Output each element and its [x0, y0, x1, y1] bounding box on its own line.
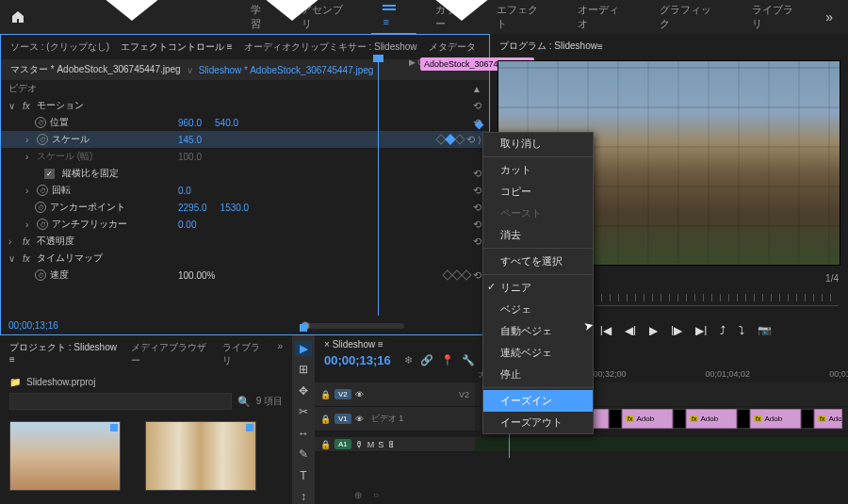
stopwatch-icon[interactable]: ⏱: [35, 202, 46, 213]
workspace-editing[interactable]: ≡: [371, 0, 416, 35]
project-thumbnail[interactable]: [145, 421, 256, 491]
stopwatch-icon[interactable]: ⏱: [37, 219, 48, 230]
program-title: プログラム : Slideshow: [499, 40, 597, 53]
menu-item[interactable]: カット: [483, 159, 593, 181]
lock-icon[interactable]: 🔒: [320, 415, 331, 424]
pen-tool-icon[interactable]: ✎: [295, 447, 312, 463]
tab-library[interactable]: ライブラリ: [222, 341, 268, 367]
menu-item[interactable]: リニア: [483, 277, 593, 299]
sequence-clip-label: Slideshow * AdobeStock_306745447.jpeg: [199, 65, 374, 75]
context-menu: 取り消しカットコピーペースト消去すべてを選択リニアベジェ自動ベジェ連続ベジェ停止…: [482, 132, 594, 434]
prop-position: 位置: [50, 116, 69, 129]
video-group: ビデオ: [8, 82, 178, 95]
bin-icon[interactable]: 📁: [9, 377, 21, 387]
sequence-name[interactable]: × Slideshow ≡: [324, 339, 383, 350]
menu-item[interactable]: すべてを選択: [483, 251, 593, 272]
menu-item[interactable]: 自動ベジェ: [483, 320, 593, 342]
track-v1-toggle[interactable]: V1: [334, 414, 351, 424]
antiflicker-value[interactable]: 0.00: [178, 219, 196, 230]
prop-rotation: 回転: [52, 184, 71, 197]
menu-item[interactable]: ペースト: [483, 203, 593, 224]
anchor-y[interactable]: 1530.0: [220, 203, 250, 213]
track-v2-toggle[interactable]: V2: [334, 389, 351, 399]
menu-item[interactable]: イーズアウト: [483, 412, 593, 433]
menu-item[interactable]: 停止: [483, 364, 593, 385]
timeline-clip[interactable]: [609, 409, 622, 429]
scale-value[interactable]: 145.0: [178, 135, 202, 145]
tab-metadata[interactable]: メタデータ: [429, 41, 476, 54]
snap-icon[interactable]: ❄: [404, 354, 413, 366]
opacity-group[interactable]: 不透明度: [37, 235, 74, 248]
timeline-clip[interactable]: [737, 409, 750, 429]
prop-anchor: アンカーポイント: [50, 201, 125, 214]
slip-tool-icon[interactable]: ↔: [295, 426, 312, 441]
project-thumbnail[interactable]: [9, 421, 121, 491]
timeline-timecode[interactable]: 00;00;13;16: [324, 353, 391, 367]
timeline-clip[interactable]: [801, 409, 814, 429]
menu-item[interactable]: コピー: [483, 181, 593, 203]
settings-icon[interactable]: 🔧: [462, 354, 475, 366]
linked-selection-icon[interactable]: 🔗: [420, 354, 433, 366]
menu-item[interactable]: 取り消し: [483, 133, 593, 154]
effect-timecode[interactable]: 00;00;13;16: [8, 320, 58, 331]
razor-tool-icon[interactable]: ✂: [295, 405, 312, 420]
tab-source[interactable]: ソース : (クリップなし): [10, 41, 109, 54]
prop-scale-width: スケール (幅): [37, 150, 92, 163]
position-x[interactable]: 960.0: [178, 118, 202, 128]
search-icon[interactable]: 🔍: [237, 396, 251, 408]
timeline-clip[interactable]: fxAdob: [750, 409, 801, 429]
timeremap-group[interactable]: タイムリマップ: [37, 252, 103, 265]
effect-controls-panel: ソース : (クリップなし) エフェクトコントロール ≡ オーディオクリップミキ…: [0, 34, 490, 335]
motion-group[interactable]: モーション: [37, 99, 84, 112]
position-y[interactable]: 540.0: [215, 118, 238, 128]
prop-uniform: 縦横比を固定: [62, 167, 119, 180]
item-count: 9 項目: [256, 395, 283, 408]
tool-palette: ▶ ⊞ ✥ ✂ ↔ ✎ T ↕: [292, 335, 315, 504]
workspace-tabs: 学習 アセンブリ ≡ カラー エフェクト オーディオ グラフィック ライブラリ: [239, 0, 814, 37]
project-filename: Slideshow.prproj: [26, 377, 95, 387]
marker-icon[interactable]: 📍: [441, 354, 454, 366]
master-clip-label: マスター * AdobeStock_306745447.jpeg: [10, 63, 181, 76]
anchor-x[interactable]: 2295.0: [178, 203, 207, 213]
stopwatch-icon[interactable]: ⏱: [37, 185, 48, 196]
lock-icon[interactable]: 🔒: [320, 440, 331, 449]
project-search-input[interactable]: [9, 393, 232, 410]
resolution-fraction[interactable]: 1/4: [825, 273, 839, 284]
rotation-value[interactable]: 0.0: [178, 186, 191, 196]
stopwatch-icon[interactable]: ⏱: [35, 117, 46, 128]
workspace-graphics[interactable]: グラフィック: [648, 0, 733, 37]
ripple-tool-icon[interactable]: ✥: [295, 383, 312, 398]
speed-value[interactable]: 100.00%: [178, 270, 215, 281]
timeline-clip[interactable]: [673, 409, 686, 429]
timeline-clip[interactable]: fxAdob: [814, 409, 842, 429]
track-a1-toggle[interactable]: A1: [334, 439, 351, 449]
tab-project[interactable]: プロジェクト : Slideshow ≡: [9, 341, 122, 367]
overflow-icon[interactable]: »: [277, 341, 283, 367]
zoom-slider[interactable]: [301, 323, 404, 329]
workspace-audio[interactable]: オーディオ: [566, 0, 641, 37]
timeline-clip[interactable]: fxAdob: [622, 409, 673, 429]
selection-tool-icon[interactable]: ▶: [295, 341, 312, 356]
menu-item[interactable]: 消去: [483, 224, 593, 246]
tab-effect-controls[interactable]: エフェクトコントロール ≡: [121, 41, 233, 54]
workspace-library[interactable]: ライブラリ: [741, 0, 815, 37]
project-panel: プロジェクト : Slideshow ≡ メディアブラウザー ライブラリ » 📁…: [0, 335, 292, 504]
prop-speed: 速度: [50, 268, 69, 282]
type-tool-icon[interactable]: T: [295, 468, 312, 483]
menu-item[interactable]: 連続ベジェ: [483, 342, 593, 364]
stopwatch-icon[interactable]: ⏱: [37, 134, 48, 145]
lock-icon[interactable]: 🔒: [320, 390, 331, 399]
timeline-clip[interactable]: fxAdob: [686, 409, 737, 429]
menu-item[interactable]: ベジェ: [483, 299, 593, 320]
workspace-effects[interactable]: エフェクト: [485, 0, 560, 37]
track-select-tool-icon[interactable]: ⊞: [295, 363, 312, 378]
stopwatch-icon[interactable]: ⏱: [35, 269, 46, 281]
tab-media-browser[interactable]: メディアブラウザー: [131, 341, 213, 367]
uniform-scale-checkbox[interactable]: ✓: [44, 169, 55, 179]
prop-scale: スケール: [52, 133, 90, 146]
hand-tool-icon[interactable]: ↕: [295, 490, 312, 505]
overflow-icon[interactable]: »: [818, 9, 840, 24]
tab-audio-mixer[interactable]: オーディオクリップミキサー : Slideshow: [244, 41, 417, 54]
menu-item[interactable]: イーズイン: [483, 390, 593, 412]
home-icon[interactable]: [8, 7, 28, 27]
